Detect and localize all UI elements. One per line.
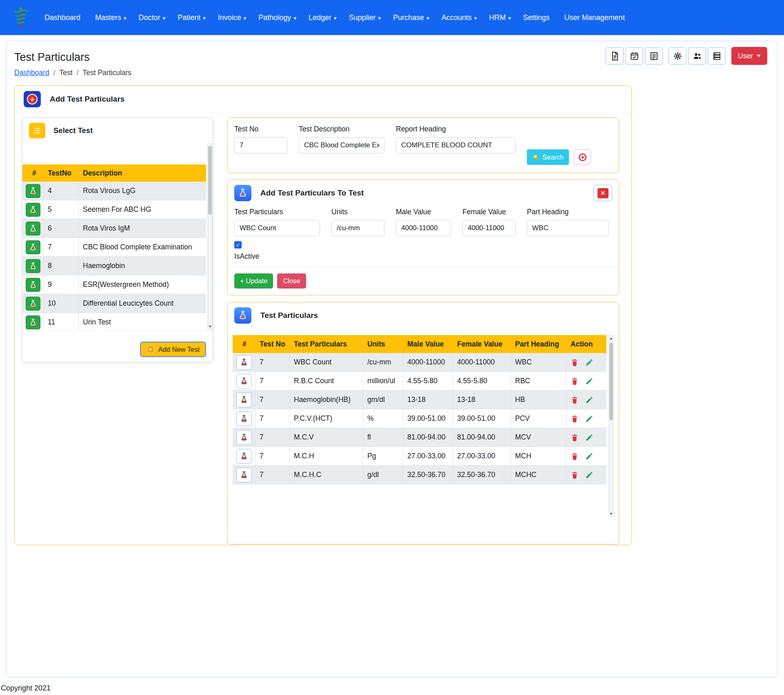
test-list-row[interactable]: 10 Differential Leucicytes Count — [22, 294, 206, 313]
nav-menu-item[interactable]: Dashboard — [38, 9, 89, 26]
edit-button[interactable] — [585, 452, 593, 460]
scroll-up-arrow[interactable]: ▲ — [609, 335, 613, 341]
test-no-cell: 7 — [255, 409, 290, 428]
test-list-row[interactable]: 6 Rota Viros IgM — [22, 219, 206, 238]
male-value-input[interactable] — [396, 220, 451, 236]
flask-icon — [240, 452, 248, 460]
prescription-button[interactable] — [606, 47, 624, 64]
edit-button[interactable] — [585, 377, 593, 385]
delete-button[interactable] — [571, 471, 579, 479]
close-button[interactable]: Close — [277, 273, 306, 289]
select-test-flask-button[interactable] — [26, 278, 40, 292]
select-test-flask-button[interactable] — [26, 203, 40, 217]
nav-menu-item[interactable]: Patient ▾ — [171, 9, 212, 26]
edit-button[interactable] — [585, 358, 593, 366]
select-test-flask-button[interactable] — [26, 222, 40, 235]
test-list-row[interactable]: 9 ESR(Westergreen Method) — [22, 275, 206, 294]
user-menu-button[interactable]: User — [731, 47, 767, 65]
scrollbar-thumb[interactable] — [609, 343, 613, 420]
close-form-button[interactable]: ✕ — [593, 185, 612, 201]
form-actions: + Update Close — [228, 267, 619, 295]
select-test-flask-button[interactable] — [26, 297, 40, 311]
edit-button[interactable] — [585, 415, 593, 423]
part-heading-label: Part Heading — [527, 208, 609, 216]
row-flask-button[interactable] — [236, 411, 252, 426]
delete-button[interactable] — [571, 433, 579, 442]
flask-icon — [29, 243, 37, 251]
nav-menu-item[interactable]: Invoice ▾ — [212, 9, 253, 26]
delete-button[interactable] — [571, 358, 579, 366]
caduceus-logo-icon[interactable] — [9, 4, 33, 31]
update-button[interactable]: + Update — [234, 273, 273, 289]
test-search-card: Test No Test Description Report Heading — [227, 118, 619, 173]
nav-menu-item[interactable]: Supplier ▾ — [343, 9, 387, 26]
select-test-flask-button[interactable] — [26, 315, 40, 329]
column-header: Test Particulars — [290, 340, 363, 349]
delete-button[interactable] — [571, 396, 579, 404]
particulars-table: # Test No Test Particulars Units Male Va… — [233, 335, 606, 484]
select-test-flask-button[interactable] — [26, 240, 40, 254]
user-button-label: User — [738, 52, 753, 60]
delete-button[interactable] — [571, 452, 579, 460]
nav-menu-item[interactable]: Ledger ▾ — [302, 9, 343, 26]
settings-button[interactable] — [669, 47, 686, 64]
calendar-check-button[interactable] — [625, 47, 643, 64]
server-icon — [712, 51, 722, 61]
nav-menu-item[interactable]: HRM ▾ — [483, 9, 517, 26]
test-description-cell: Rota Virous LgG — [79, 182, 206, 200]
breadcrumb-dashboard-link[interactable]: Dashboard — [14, 69, 49, 77]
row-flask-button[interactable] — [236, 449, 252, 464]
part-heading-input[interactable] — [527, 220, 609, 236]
nav-menu-item[interactable]: Doctor ▾ — [133, 9, 172, 26]
select-test-flask-button[interactable] — [26, 184, 40, 198]
delete-button[interactable] — [571, 415, 579, 423]
report-heading-input[interactable] — [396, 137, 515, 153]
nav-menu-item[interactable]: Pathology ▾ — [252, 9, 302, 26]
page-header: Test Particulars Dashboard / Test / Test… — [6, 41, 777, 77]
row-flask-button[interactable] — [236, 355, 252, 370]
add-new-test-button[interactable]: + Add New Test — [140, 342, 207, 357]
edit-button[interactable] — [585, 396, 593, 404]
row-flask-button[interactable] — [236, 430, 252, 445]
row-flask-button[interactable] — [236, 374, 252, 389]
row-flask-button[interactable] — [236, 393, 252, 407]
particular-name-input[interactable] — [234, 220, 320, 236]
test-list-row[interactable]: 7 CBC Blood Complete Examination — [22, 238, 206, 257]
nav-item-label: Masters — [95, 13, 121, 22]
particulars-fields: Test Particulars Units Male Value Female… — [228, 206, 619, 236]
test-description-cell: Urin Test — [79, 313, 206, 330]
test-list-row[interactable]: 8 Haemoglobin — [22, 257, 206, 275]
scrollbar-thumb[interactable] — [208, 146, 212, 215]
table-row: 7 WBC Count /cu-mm 4000-11000 4000-11000… — [233, 353, 606, 372]
select-test-flask-button[interactable] — [26, 259, 40, 273]
reset-button[interactable] — [574, 149, 591, 165]
female-value-input[interactable] — [462, 220, 515, 236]
particular-name-cell: Haemoglobin(HB) — [290, 391, 363, 409]
test-description-input[interactable] — [299, 137, 384, 153]
row-flask-button[interactable] — [236, 468, 252, 482]
test-no-input[interactable] — [234, 137, 287, 153]
particular-name-group: Test Particulars — [234, 208, 320, 236]
edit-button[interactable] — [585, 471, 593, 479]
server-button[interactable] — [708, 47, 726, 64]
test-list-scrollbar[interactable]: ▼ — [207, 143, 213, 330]
nav-menu-item[interactable]: Purchase ▾ — [387, 9, 435, 26]
scroll-down-arrow[interactable]: ▼ — [609, 511, 613, 517]
particulars-table-scrollbar[interactable]: ▲ ▼ — [609, 335, 614, 517]
nav-menu-item[interactable]: Masters ▾ — [89, 9, 133, 26]
nav-menu-item[interactable]: Settings — [517, 9, 558, 26]
nav-menu-item[interactable]: User Management — [558, 9, 633, 26]
units-input[interactable] — [331, 220, 384, 236]
nav-menu-item[interactable]: Accounts ▾ — [435, 9, 483, 26]
isactive-checkbox[interactable]: ✓ — [234, 241, 242, 249]
edit-button[interactable] — [585, 433, 593, 442]
search-button[interactable]: Search — [527, 149, 569, 165]
delete-button[interactable] — [571, 377, 579, 385]
test-list-row[interactable]: 11 Urin Test — [22, 313, 206, 330]
scroll-down-arrow[interactable]: ▼ — [208, 324, 212, 329]
test-list-row[interactable]: 4 Rota Virous LgG — [22, 182, 206, 200]
invoice-button[interactable] — [645, 47, 663, 64]
users-button[interactable] — [688, 47, 706, 64]
part-heading-cell: MCHC — [511, 466, 566, 484]
test-list-row[interactable]: 5 Seemen For ABC HG — [22, 200, 206, 219]
